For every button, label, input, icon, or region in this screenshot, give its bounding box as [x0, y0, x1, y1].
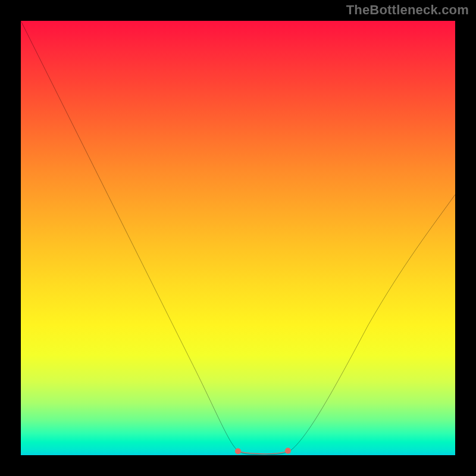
plot-area	[21, 21, 455, 455]
bottleneck-curve	[21, 21, 455, 455]
flat-minimum-dot-right	[285, 448, 291, 454]
curve-svg	[21, 21, 455, 455]
watermark-text: TheBottleneck.com	[346, 2, 469, 18]
flat-minimum-marker	[238, 451, 288, 454]
flat-minimum-dot-left	[235, 448, 241, 454]
chart-frame: TheBottleneck.com	[0, 0, 476, 476]
